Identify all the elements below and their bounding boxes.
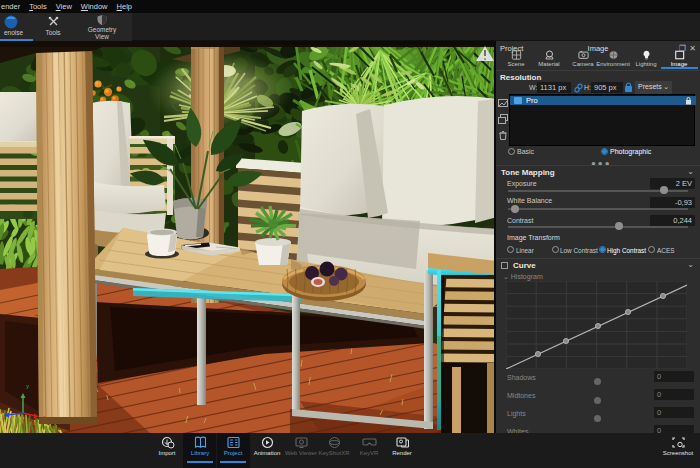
svg-text:y: y (26, 383, 29, 389)
svg-text:x: x (43, 414, 46, 420)
